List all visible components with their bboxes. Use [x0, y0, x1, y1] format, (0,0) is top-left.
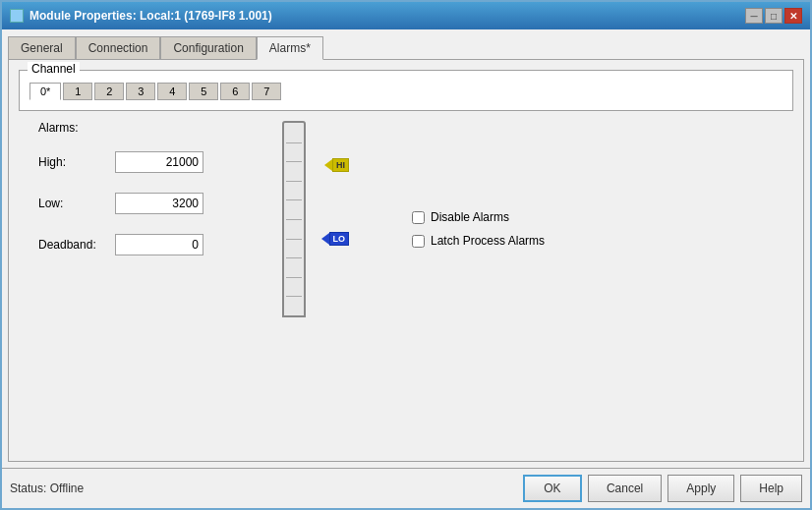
- high-input[interactable]: [115, 151, 203, 173]
- low-field-row: Low:: [38, 193, 235, 214]
- tab-bar: General Connection Configuration Alarms*: [8, 35, 804, 59]
- scale-line-1: [286, 142, 302, 143]
- alarms-label: Alarms:: [38, 121, 235, 135]
- right-panel: Disable Alarms Latch Process Alarms: [353, 121, 545, 337]
- left-panel: Alarms: High: Low: Deadband:: [38, 121, 235, 337]
- scale-line-9: [286, 296, 302, 297]
- channel-tab-4[interactable]: 4: [157, 83, 187, 100]
- maximize-button[interactable]: □: [765, 8, 783, 24]
- footer-buttons: OK Cancel Apply Help: [523, 475, 802, 502]
- status-area: Status: Offline: [10, 482, 84, 495]
- title-bar-left: Module Properties: Local:1 (1769-IF8 1.0…: [10, 9, 272, 23]
- hi-arrow-icon: [324, 159, 332, 171]
- scale-line-5: [286, 219, 302, 220]
- channel-group: Channel 0* 1 2 3 4: [19, 70, 793, 111]
- disable-alarms-label: Disable Alarms: [431, 210, 509, 224]
- status-label: Status:: [10, 482, 46, 495]
- apply-button[interactable]: Apply: [667, 475, 734, 502]
- hi-label: HI: [332, 158, 349, 172]
- scale-line-6: [286, 239, 302, 240]
- thermometer: HI LO: [278, 121, 310, 337]
- main-area: Alarms: High: Low: Deadband:: [19, 111, 793, 347]
- channel-tab-0[interactable]: 0*: [29, 83, 61, 100]
- minimize-button[interactable]: ─: [745, 8, 763, 24]
- channel-tab-6[interactable]: 6: [220, 83, 250, 100]
- tab-alarms[interactable]: Alarms*: [257, 36, 323, 60]
- status-value: Offline: [50, 482, 84, 495]
- channel-tab-3[interactable]: 3: [126, 83, 155, 100]
- cancel-button[interactable]: Cancel: [588, 475, 662, 502]
- low-label: Low:: [38, 197, 107, 210]
- center-panel: HI LO: [255, 121, 333, 337]
- scale-line-4: [286, 199, 302, 200]
- lo-label: LO: [329, 232, 350, 246]
- channel-tab-5[interactable]: 5: [189, 83, 218, 100]
- deadband-input[interactable]: [115, 234, 203, 255]
- title-bar: Module Properties: Local:1 (1769-IF8 1.0…: [2, 2, 810, 29]
- low-input[interactable]: [115, 193, 203, 214]
- latch-alarms-row: Latch Process Alarms: [412, 234, 545, 248]
- high-label: High:: [38, 155, 107, 169]
- channel-label: Channel: [28, 62, 80, 76]
- tab-connection[interactable]: Connection: [76, 36, 161, 60]
- help-button[interactable]: Help: [740, 475, 802, 502]
- lo-marker: LO: [321, 232, 350, 246]
- title-buttons: ─ □ ✕: [745, 8, 802, 24]
- scale-line-2: [286, 161, 302, 162]
- close-button[interactable]: ✕: [784, 8, 802, 24]
- window-content: General Connection Configuration Alarms*…: [2, 29, 810, 468]
- window-title: Module Properties: Local:1 (1769-IF8 1.0…: [29, 9, 272, 23]
- ok-button[interactable]: OK: [523, 475, 582, 502]
- disable-alarms-row: Disable Alarms: [412, 210, 545, 224]
- main-window: Module Properties: Local:1 (1769-IF8 1.0…: [0, 0, 812, 510]
- latch-alarms-label: Latch Process Alarms: [431, 234, 545, 248]
- tab-configuration[interactable]: Configuration: [160, 36, 256, 60]
- tab-general[interactable]: General: [8, 36, 76, 60]
- scale-line-8: [286, 277, 302, 278]
- lo-arrow-icon: [321, 233, 329, 245]
- channel-tab-2[interactable]: 2: [94, 83, 124, 100]
- scale-line-3: [286, 181, 302, 182]
- channel-tab-bar: 0* 1 2 3 4 5: [29, 83, 783, 100]
- high-field-row: High:: [38, 151, 235, 173]
- channel-tab-1[interactable]: 1: [63, 83, 92, 100]
- channel-tab-7[interactable]: 7: [252, 83, 281, 100]
- module-icon: [10, 9, 24, 23]
- footer: Status: Offline OK Cancel Apply Help: [2, 468, 810, 508]
- hi-marker: HI: [324, 158, 349, 172]
- tab-content: Channel 0* 1 2 3 4: [8, 59, 804, 462]
- disable-alarms-checkbox[interactable]: [412, 211, 425, 224]
- scale-line-7: [286, 257, 302, 258]
- deadband-field-row: Deadband:: [38, 234, 235, 255]
- latch-alarms-checkbox[interactable]: [412, 235, 425, 248]
- therm-tube: HI LO: [282, 121, 306, 317]
- deadband-label: Deadband:: [38, 238, 107, 252]
